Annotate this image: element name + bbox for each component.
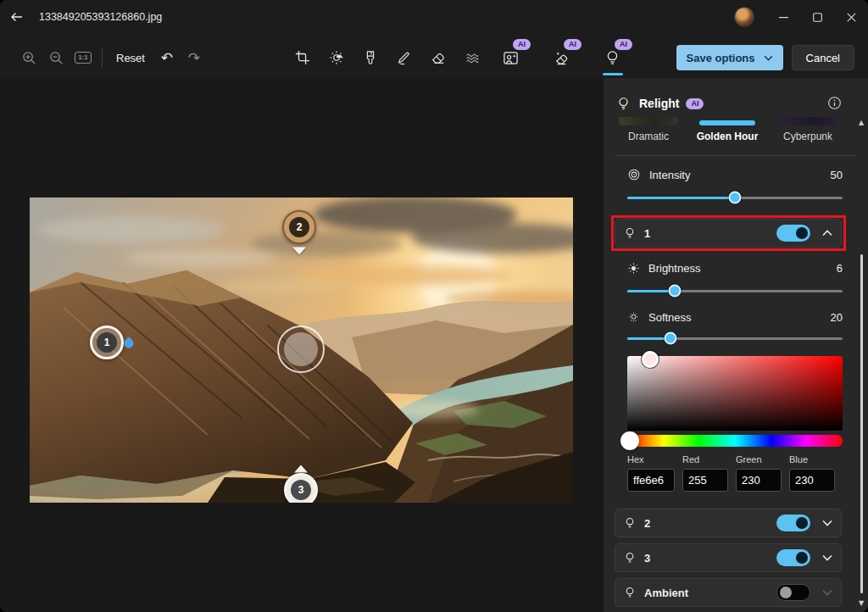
softness-slider[interactable] <box>627 332 843 344</box>
scrollbar-up-arrow[interactable]: ▲ <box>857 120 865 126</box>
undo-button[interactable]: ↶ <box>153 44 181 71</box>
zoom-in-button[interactable] <box>15 44 42 71</box>
brightness-slider[interactable] <box>627 285 843 297</box>
ambient-toggle[interactable] <box>776 584 810 601</box>
light-position-target[interactable] <box>277 325 325 373</box>
light-1-expander[interactable]: 1 <box>615 219 842 248</box>
light-marker-1[interactable]: 1 <box>90 325 124 359</box>
light-3-pointer[interactable] <box>294 465 308 473</box>
red-label: Red <box>682 454 728 465</box>
intensity-slider[interactable] <box>627 192 843 203</box>
background-blur-tool-button[interactable]: AI <box>498 44 525 71</box>
reset-button[interactable]: Reset <box>108 44 153 71</box>
saturation-value-picker[interactable] <box>627 356 843 431</box>
color-fields: Hex Red Green Blue <box>627 454 843 492</box>
undo-icon: ↶ <box>161 51 173 65</box>
hex-input[interactable] <box>627 469 675 492</box>
preset-golden-hour-selected-border <box>699 120 755 125</box>
close-button[interactable] <box>834 0 868 34</box>
panel-scrollbar[interactable] <box>860 254 863 593</box>
hex-label: Hex <box>627 454 675 465</box>
blue-input[interactable] <box>789 469 835 492</box>
chevron-down-icon[interactable] <box>822 589 832 596</box>
background-blur-icon <box>503 50 519 66</box>
back-button[interactable] <box>0 0 34 34</box>
account-avatar[interactable] <box>734 7 754 27</box>
markup-pen-icon <box>397 50 412 65</box>
maximize-icon <box>813 13 822 22</box>
redo-button[interactable]: ↷ <box>181 44 208 71</box>
preset-golden-hour[interactable]: Golden Hour <box>691 117 764 142</box>
green-input[interactable] <box>736 469 782 492</box>
ai-badge: AI <box>615 39 632 50</box>
eraser-tool-button[interactable] <box>425 44 452 71</box>
ai-badge: AI <box>564 39 581 50</box>
brightness-adjust-icon <box>329 50 344 65</box>
blue-field-group: Blue <box>789 454 835 492</box>
softness-label: Softness <box>648 311 692 324</box>
ambient-expander[interactable]: Ambient <box>615 578 842 607</box>
minimize-button[interactable] <box>766 0 800 34</box>
file-title: 133849205393126860.jpg <box>39 11 162 23</box>
zoom-out-icon <box>48 50 64 66</box>
zoom-out-button[interactable] <box>42 44 70 71</box>
generative-erase-tool-button[interactable]: AI <box>548 44 576 71</box>
light-position-target-fill <box>284 332 318 366</box>
ambient-label: Ambient <box>644 587 688 599</box>
light-2-label: 2 <box>644 517 650 530</box>
filter-brush-icon <box>363 50 378 65</box>
cancel-button[interactable]: Cancel <box>792 45 854 70</box>
filter-tool-button[interactable] <box>357 44 384 71</box>
chevron-down-icon[interactable] <box>822 554 832 561</box>
editor-toolbar: 1:1 Reset ↶ ↷ <box>0 37 868 78</box>
retouch-tool-button[interactable] <box>459 44 486 71</box>
hue-slider-handle[interactable] <box>620 431 639 450</box>
scrollbar-down-arrow[interactable]: ▼ <box>857 600 865 607</box>
light-2-toggle[interactable] <box>776 515 810 531</box>
crop-icon <box>295 50 310 65</box>
toolbar-divider <box>102 47 103 68</box>
relight-panel: Relight AI Dramatic Go <box>604 78 868 612</box>
hex-field-group: Hex <box>627 454 675 492</box>
light-1-toggle[interactable] <box>776 225 810 242</box>
light-3-toggle[interactable] <box>776 549 810 566</box>
light-marker-1-label: 1 <box>97 332 117 353</box>
brightness-value: 6 <box>837 262 843 275</box>
lightbulb-icon <box>624 587 636 598</box>
preset-cyberpunk[interactable]: Cyberpunk <box>771 117 844 142</box>
red-input[interactable] <box>682 469 728 492</box>
light-1-label: 1 <box>644 227 650 240</box>
lightbulb-icon <box>624 517 636 529</box>
light-3-expander[interactable]: 3 <box>615 543 842 572</box>
chevron-down-icon[interactable] <box>822 520 832 526</box>
preset-label: Golden Hour <box>691 131 764 142</box>
brightness-icon <box>627 262 640 275</box>
maximize-button[interactable] <box>800 0 834 34</box>
light-marker-3-label: 3 <box>291 480 311 500</box>
relight-tool-button[interactable]: AI <box>599 44 626 71</box>
hue-slider[interactable] <box>627 435 843 447</box>
softness-value: 20 <box>831 311 843 324</box>
light-marker-3[interactable]: 3 <box>284 473 318 503</box>
editor-content: 1 2 3 <box>0 78 868 612</box>
light-2-expander[interactable]: 2 <box>615 509 842 537</box>
panel-title: Relight <box>639 97 679 110</box>
crop-tool-button[interactable] <box>289 44 316 71</box>
chevron-up-icon[interactable] <box>822 230 832 236</box>
softness-icon <box>627 311 640 324</box>
preset-dramatic[interactable]: Dramatic <box>612 117 685 142</box>
titlebar: 133849205393126860.jpg <box>0 0 868 34</box>
preset-label: Cyberpunk <box>771 131 844 142</box>
photo-canvas[interactable]: 1 2 3 <box>30 198 573 503</box>
light-marker-2[interactable]: 2 <box>282 210 316 244</box>
actual-size-button[interactable]: 1:1 <box>70 44 97 71</box>
canvas-area: 1 2 3 <box>0 78 604 612</box>
light-2-pointer[interactable] <box>292 248 306 255</box>
save-options-button[interactable]: Save options <box>676 45 783 70</box>
preset-cyberpunk-thumbnail <box>778 117 837 125</box>
color-picker-handle[interactable] <box>642 351 659 368</box>
adjust-tool-button[interactable] <box>323 44 350 71</box>
markup-tool-button[interactable] <box>391 44 418 71</box>
light-3-label: 3 <box>644 552 650 565</box>
info-button[interactable] <box>823 92 845 114</box>
